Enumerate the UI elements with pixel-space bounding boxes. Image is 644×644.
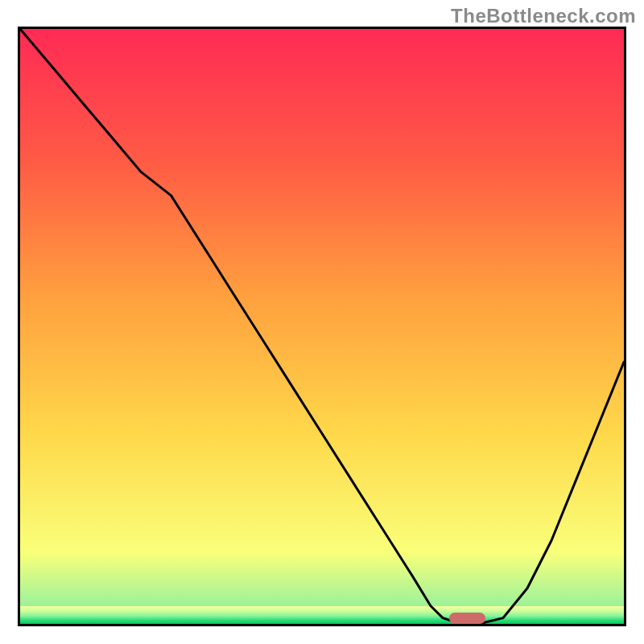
bottleneck-curve bbox=[20, 29, 624, 624]
curve-svg bbox=[20, 29, 624, 624]
watermark-text: TheBottleneck.com bbox=[451, 5, 636, 27]
optimal-marker bbox=[449, 613, 485, 624]
plot-area bbox=[18, 27, 626, 626]
chart-stage: TheBottleneck.com bbox=[0, 0, 644, 644]
